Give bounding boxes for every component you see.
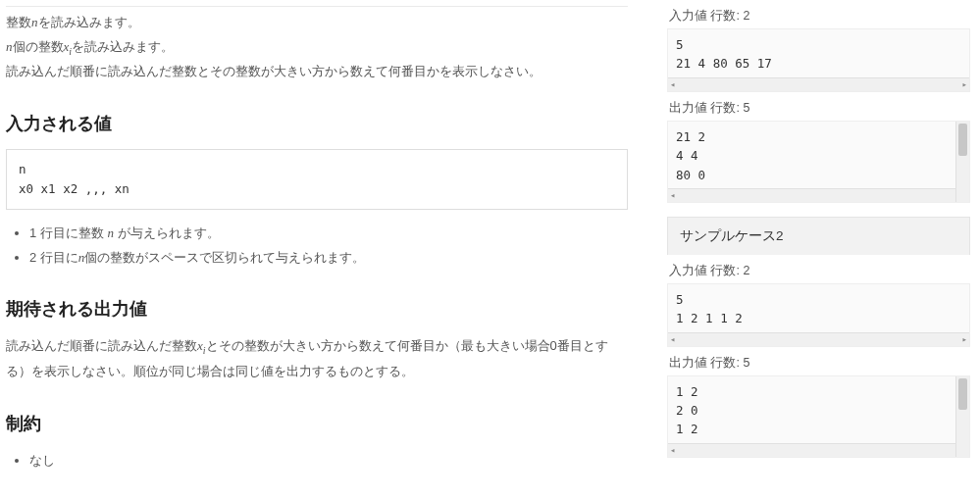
scroll-left-icon[interactable]: ◂ xyxy=(670,335,675,344)
heading-input: 入力される値 xyxy=(6,112,628,135)
output-text: 1 2 2 0 1 2 xyxy=(676,382,952,439)
scroll-right-icon[interactable]: ▸ xyxy=(962,80,967,89)
input-note-1: 1 行目に整数 n が与えられます。 xyxy=(29,222,628,246)
problem-line-2: n個の整数xiを読み込みます。 xyxy=(6,35,628,61)
expected-paragraph: 読み込んだ順番に読み込んだ整数xiとその整数が大きい方から数えて何番目か（最も大… xyxy=(6,334,628,383)
sidebar-column: 入力値 行数: 2 5 21 4 80 65 17 ◂ ▸ 出力値 行数: 5 … xyxy=(638,0,980,499)
scroll-right-icon[interactable]: ▸ xyxy=(962,335,967,344)
input-box[interactable]: 5 21 4 80 65 17 ◂ ▸ xyxy=(667,28,970,92)
sample-case-1: 入力値 行数: 2 5 21 4 80 65 17 ◂ ▸ 出力値 行数: 5 … xyxy=(667,8,970,203)
output-label: 出力値 行数: 5 xyxy=(669,355,970,372)
output-box[interactable]: 1 2 2 0 1 2 ◂ ▸ xyxy=(667,375,970,458)
input-notes-list: 1 行目に整数 n が与えられます。 2 行目にn個の整数がスペースで区切られて… xyxy=(6,222,628,270)
scroll-left-icon[interactable]: ◂ xyxy=(670,80,675,89)
input-label: 入力値 行数: 2 xyxy=(669,263,970,279)
input-text: 5 21 4 80 65 17 xyxy=(676,35,952,74)
h-scrollbar[interactable]: ◂ ▸ xyxy=(668,332,969,346)
input-note-2: 2 行目にn個の整数がスペースで区切られて与えられます。 xyxy=(29,246,628,271)
h-scrollbar[interactable]: ◂ ▸ xyxy=(668,443,969,457)
input-text: 5 1 2 1 1 2 xyxy=(676,290,952,328)
constraints-list: なし xyxy=(6,449,628,474)
v-scrollbar[interactable] xyxy=(955,376,969,457)
divider xyxy=(6,6,628,7)
output-box[interactable]: 21 2 4 4 80 0 ◂ ▸ xyxy=(667,121,970,203)
v-scroll-thumb[interactable] xyxy=(958,378,967,411)
v-scrollbar[interactable] xyxy=(955,122,969,202)
problem-line-1: 整数nを読み込みます。 xyxy=(6,11,628,35)
heading-expected: 期待される出力値 xyxy=(6,297,628,321)
problem-line-3: 読み込んだ順番に読み込んだ整数とその整数が大きい方から数えて何番目かを表示しなさ… xyxy=(6,60,628,84)
sample-case-2: サンプルケース2 入力値 行数: 2 5 1 2 1 1 2 ◂ ▸ 出力値 行… xyxy=(667,217,970,458)
heading-constraints: 制約 xyxy=(6,412,628,435)
h-scrollbar[interactable]: ◂ ▸ xyxy=(668,77,969,91)
input-box[interactable]: 5 1 2 1 1 2 ◂ ▸ xyxy=(667,283,970,347)
output-text: 21 2 4 4 80 0 xyxy=(676,127,952,184)
output-label: 出力値 行数: 5 xyxy=(669,100,970,117)
input-label: 入力値 行数: 2 xyxy=(669,8,970,25)
scroll-left-icon[interactable]: ◂ xyxy=(670,446,675,455)
main-column: 整数nを読み込みます。 n個の整数xiを読み込みます。 読み込んだ順番に読み込ん… xyxy=(0,0,638,499)
scroll-left-icon[interactable]: ◂ xyxy=(670,191,675,200)
sample-case-2-header: サンプルケース2 xyxy=(667,217,970,255)
v-scroll-thumb[interactable] xyxy=(958,124,967,156)
constraint-item: なし xyxy=(29,449,628,474)
input-format-block: n x0 x1 x2 ,,, xn xyxy=(6,149,628,210)
h-scrollbar[interactable]: ◂ ▸ xyxy=(668,188,969,202)
